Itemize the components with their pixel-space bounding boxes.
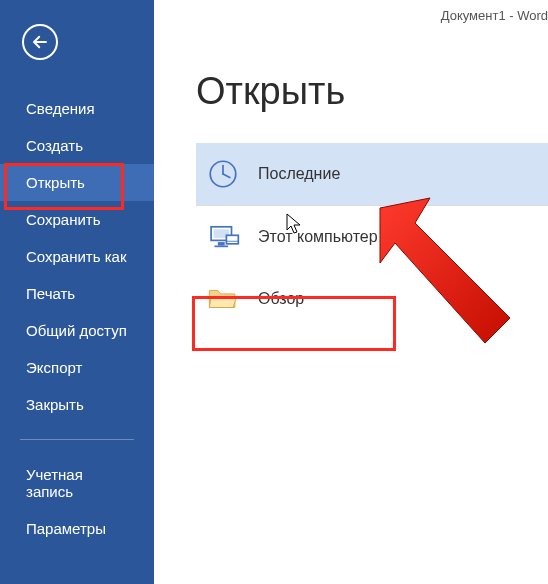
nav-item-info[interactable]: Сведения <box>0 90 154 127</box>
nav-label: Экспорт <box>26 359 82 376</box>
nav-item-new[interactable]: Создать <box>0 127 154 164</box>
nav-item-options[interactable]: Параметры <box>0 510 154 547</box>
svg-rect-6 <box>218 242 225 245</box>
option-label: Этот компьютер <box>258 228 378 246</box>
nav-label: Закрыть <box>26 396 84 413</box>
back-button[interactable] <box>22 24 58 60</box>
app-root: Сведения Создать Открыть Сохранить Сохра… <box>0 0 548 584</box>
option-label: Обзор <box>258 290 304 308</box>
nav-label: Учетная запись <box>26 466 83 500</box>
option-browse[interactable]: Обзор <box>196 268 548 330</box>
option-label: Последние <box>258 165 340 183</box>
nav-label: Сохранить как <box>26 248 127 265</box>
folder-icon <box>206 282 240 316</box>
window-title: Документ1 - Word <box>441 8 548 23</box>
nav-list: Сведения Создать Открыть Сохранить Сохра… <box>0 90 154 547</box>
option-this-pc[interactable]: Этот компьютер <box>196 206 548 268</box>
clock-icon <box>206 157 240 191</box>
nav-item-share[interactable]: Общий доступ <box>0 312 154 349</box>
nav-label: Создать <box>26 137 83 154</box>
svg-rect-8 <box>226 235 238 244</box>
option-recent[interactable]: Последние <box>196 143 548 205</box>
backstage-sidebar: Сведения Создать Открыть Сохранить Сохра… <box>0 0 154 584</box>
pc-icon <box>206 220 240 254</box>
nav-item-close[interactable]: Закрыть <box>0 386 154 423</box>
nav-item-export[interactable]: Экспорт <box>0 349 154 386</box>
nav-label: Сохранить <box>26 211 101 228</box>
nav-item-saveas[interactable]: Сохранить как <box>0 238 154 275</box>
nav-item-account[interactable]: Учетная запись <box>0 456 154 510</box>
nav-label: Сведения <box>26 100 95 117</box>
open-options-list: Последние Этот компьютер <box>196 143 548 330</box>
nav-label: Параметры <box>26 520 106 537</box>
nav-item-save[interactable]: Сохранить <box>0 201 154 238</box>
nav-label: Открыть <box>26 174 85 191</box>
svg-line-3 <box>223 174 230 177</box>
nav-label: Печать <box>26 285 75 302</box>
svg-rect-7 <box>215 246 229 248</box>
nav-item-print[interactable]: Печать <box>0 275 154 312</box>
nav-label: Общий доступ <box>26 322 127 339</box>
arrow-left-icon <box>31 33 49 51</box>
nav-item-open[interactable]: Открыть <box>0 164 154 201</box>
page-title: Открыть <box>196 70 548 113</box>
nav-separator <box>20 439 134 440</box>
content-area: Документ1 - Word Открыть Последние <box>154 0 548 584</box>
